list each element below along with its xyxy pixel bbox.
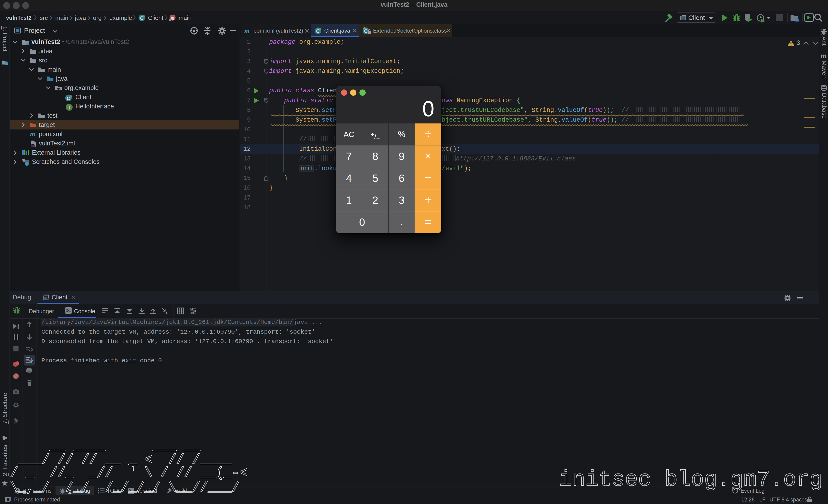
svg-text:__ ____ ___ __: __ ____ ___ __ bbox=[10, 438, 200, 453]
svg-text:___/ // // __ _ < // /____: ___/ // // __ _ < // /____ bbox=[10, 453, 232, 467]
svg-text:\_,_/ /_/ /_/_/_/ \__//___/: \_,_/ /_/ /_/_/_/ \__//___/ bbox=[10, 480, 240, 495]
svg-text:initsec blog.gm7.org: initsec blog.gm7.org bbox=[559, 467, 823, 492]
svg-text:/ _ //_ _// ' \ / // __(_-<: / _ //_ _// ' \ / // __(_-< bbox=[10, 466, 247, 480]
svg-text:I: I bbox=[69, 105, 70, 111]
